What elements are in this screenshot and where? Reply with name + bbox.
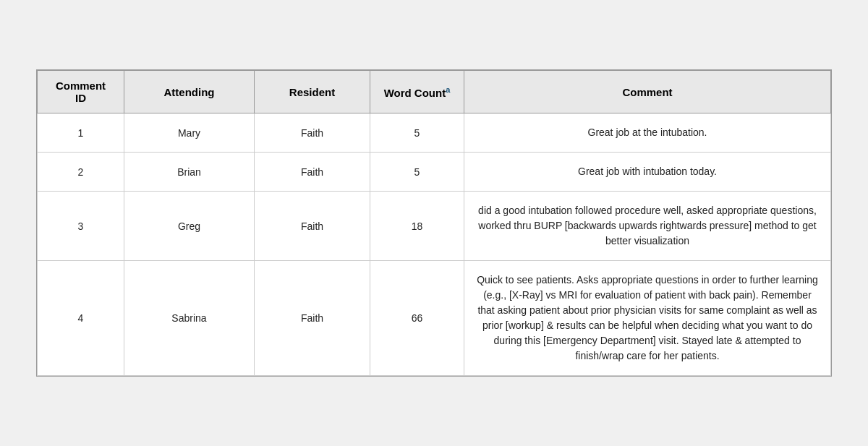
- cell-comment-id: 3: [38, 192, 124, 261]
- table-row: 2BrianFaith5Great job with intubation to…: [38, 153, 831, 192]
- header-comment-id: Comment ID: [38, 71, 124, 113]
- table-row: 1MaryFaith5Great job at the intubation.: [38, 113, 831, 153]
- header-word-count: Word Counta: [370, 71, 464, 113]
- cell-comment: Great job at the intubation.: [464, 113, 831, 153]
- cell-comment: did a good intubation followed procedure…: [464, 192, 831, 261]
- cell-resident: Faith: [255, 192, 370, 261]
- cell-word-count: 5: [370, 113, 464, 153]
- cell-resident: Faith: [255, 153, 370, 192]
- cell-word-count: 5: [370, 153, 464, 192]
- header-attending: Attending: [124, 71, 255, 113]
- cell-attending: Brian: [124, 153, 255, 192]
- footnote-marker: a: [446, 85, 450, 94]
- cell-comment: Great job with intubation today.: [464, 153, 831, 192]
- data-table: Comment ID Attending Resident Word Count…: [36, 69, 832, 377]
- cell-comment-id: 2: [38, 153, 124, 192]
- cell-attending: Greg: [124, 192, 255, 261]
- header-comment: Comment: [464, 71, 831, 113]
- table-row: 4SabrinaFaith66Quick to see patients. As…: [38, 261, 831, 376]
- cell-attending: Sabrina: [124, 261, 255, 376]
- header-resident: Resident: [255, 71, 370, 113]
- cell-word-count: 18: [370, 192, 464, 261]
- cell-resident: Faith: [255, 113, 370, 153]
- word-count-label: Word Count: [384, 87, 446, 99]
- cell-comment-id: 1: [38, 113, 124, 153]
- cell-resident: Faith: [255, 261, 370, 376]
- table-header-row: Comment ID Attending Resident Word Count…: [38, 71, 831, 113]
- cell-word-count: 66: [370, 261, 464, 376]
- cell-attending: Mary: [124, 113, 255, 153]
- table-row: 3GregFaith18did a good intubation follow…: [38, 192, 831, 261]
- cell-comment-id: 4: [38, 261, 124, 376]
- cell-comment: Quick to see patients. Asks appropriate …: [464, 261, 831, 376]
